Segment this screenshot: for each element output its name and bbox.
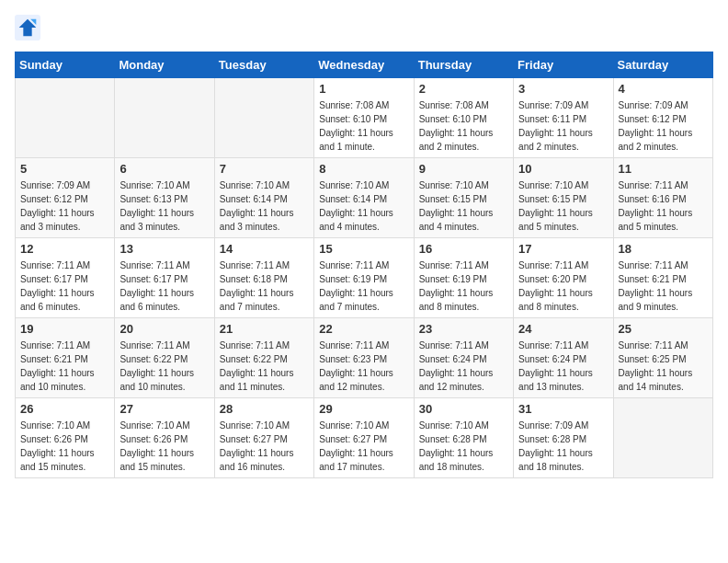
day-number: 25 xyxy=(619,322,708,336)
day-info: Sunrise: 7:10 AMSunset: 6:15 PMDaylight:… xyxy=(419,178,508,234)
calendar-cell: 1Sunrise: 7:08 AMSunset: 6:10 PMDaylight… xyxy=(314,78,414,158)
day-info: Sunrise: 7:10 AMSunset: 6:14 PMDaylight:… xyxy=(220,178,309,234)
calendar-cell: 5Sunrise: 7:09 AMSunset: 6:12 PMDaylight… xyxy=(16,158,115,238)
week-row-5: 26Sunrise: 7:10 AMSunset: 6:26 PMDayligh… xyxy=(16,398,713,478)
day-number: 22 xyxy=(319,322,408,336)
day-info: Sunrise: 7:09 AMSunset: 6:11 PMDaylight:… xyxy=(518,98,608,154)
calendar-cell: 12Sunrise: 7:11 AMSunset: 6:17 PMDayligh… xyxy=(16,238,115,318)
day-number: 3 xyxy=(518,82,608,96)
day-number: 29 xyxy=(319,402,408,416)
weekday-header-tuesday: Tuesday xyxy=(214,52,313,78)
day-number: 20 xyxy=(119,322,209,336)
day-info: Sunrise: 7:08 AMSunset: 6:10 PMDaylight:… xyxy=(419,98,508,154)
day-info: Sunrise: 7:11 AMSunset: 6:19 PMDaylight:… xyxy=(419,259,508,314)
calendar-cell: 24Sunrise: 7:11 AMSunset: 6:24 PMDayligh… xyxy=(514,318,613,398)
day-number: 5 xyxy=(20,162,109,176)
day-number: 26 xyxy=(20,402,109,416)
week-row-2: 5Sunrise: 7:09 AMSunset: 6:12 PMDaylight… xyxy=(16,158,713,238)
weekday-header-row: SundayMondayTuesdayWednesdayThursdayFrid… xyxy=(16,52,713,78)
day-number: 1 xyxy=(319,82,408,96)
day-info: Sunrise: 7:11 AMSunset: 6:22 PMDaylight:… xyxy=(119,339,209,394)
calendar-cell: 6Sunrise: 7:10 AMSunset: 6:13 PMDaylight… xyxy=(115,158,214,238)
week-row-4: 19Sunrise: 7:11 AMSunset: 6:21 PMDayligh… xyxy=(16,318,713,398)
calendar-cell: 19Sunrise: 7:11 AMSunset: 6:21 PMDayligh… xyxy=(16,318,115,398)
calendar-cell xyxy=(214,78,313,158)
day-info: Sunrise: 7:11 AMSunset: 6:23 PMDaylight:… xyxy=(319,339,408,394)
day-info: Sunrise: 7:08 AMSunset: 6:10 PMDaylight:… xyxy=(319,98,408,154)
page-header xyxy=(15,15,713,40)
day-info: Sunrise: 7:11 AMSunset: 6:21 PMDaylight:… xyxy=(619,259,708,314)
calendar-cell: 7Sunrise: 7:10 AMSunset: 6:14 PMDaylight… xyxy=(214,158,313,238)
calendar-cell: 25Sunrise: 7:11 AMSunset: 6:25 PMDayligh… xyxy=(613,318,712,398)
day-number: 30 xyxy=(419,402,508,416)
day-info: Sunrise: 7:10 AMSunset: 6:27 PMDaylight:… xyxy=(220,419,309,474)
day-info: Sunrise: 7:09 AMSunset: 6:28 PMDaylight:… xyxy=(518,419,608,474)
weekday-header-saturday: Saturday xyxy=(613,52,712,78)
day-number: 18 xyxy=(619,242,708,256)
day-info: Sunrise: 7:11 AMSunset: 6:21 PMDaylight:… xyxy=(20,339,109,394)
day-info: Sunrise: 7:10 AMSunset: 6:27 PMDaylight:… xyxy=(319,419,408,474)
calendar-cell: 13Sunrise: 7:11 AMSunset: 6:17 PMDayligh… xyxy=(115,238,214,318)
calendar-cell: 3Sunrise: 7:09 AMSunset: 6:11 PMDaylight… xyxy=(514,78,613,158)
calendar-cell: 22Sunrise: 7:11 AMSunset: 6:23 PMDayligh… xyxy=(314,318,414,398)
calendar-cell xyxy=(115,78,214,158)
calendar-cell: 29Sunrise: 7:10 AMSunset: 6:27 PMDayligh… xyxy=(314,398,414,478)
day-number: 27 xyxy=(119,402,209,416)
week-row-1: 1Sunrise: 7:08 AMSunset: 6:10 PMDaylight… xyxy=(16,78,713,158)
day-info: Sunrise: 7:10 AMSunset: 6:26 PMDaylight:… xyxy=(119,419,209,474)
day-info: Sunrise: 7:11 AMSunset: 6:19 PMDaylight:… xyxy=(319,259,408,314)
day-number: 6 xyxy=(119,162,209,176)
calendar-cell xyxy=(16,78,115,158)
day-info: Sunrise: 7:11 AMSunset: 6:18 PMDaylight:… xyxy=(220,259,309,314)
day-number: 23 xyxy=(419,322,508,336)
calendar-cell: 21Sunrise: 7:11 AMSunset: 6:22 PMDayligh… xyxy=(214,318,313,398)
day-info: Sunrise: 7:10 AMSunset: 6:26 PMDaylight:… xyxy=(20,419,109,474)
calendar-cell: 11Sunrise: 7:11 AMSunset: 6:16 PMDayligh… xyxy=(613,158,712,238)
day-info: Sunrise: 7:10 AMSunset: 6:28 PMDaylight:… xyxy=(419,419,508,474)
day-number: 19 xyxy=(20,322,109,336)
calendar-cell: 4Sunrise: 7:09 AMSunset: 6:12 PMDaylight… xyxy=(613,78,712,158)
day-number: 31 xyxy=(518,402,608,416)
day-info: Sunrise: 7:09 AMSunset: 6:12 PMDaylight:… xyxy=(619,98,708,154)
day-number: 13 xyxy=(119,242,209,256)
calendar-cell: 2Sunrise: 7:08 AMSunset: 6:10 PMDaylight… xyxy=(414,78,513,158)
day-info: Sunrise: 7:11 AMSunset: 6:24 PMDaylight:… xyxy=(419,339,508,394)
day-number: 17 xyxy=(518,242,608,256)
day-number: 12 xyxy=(20,242,109,256)
day-info: Sunrise: 7:10 AMSunset: 6:13 PMDaylight:… xyxy=(119,178,209,234)
day-info: Sunrise: 7:11 AMSunset: 6:25 PMDaylight:… xyxy=(619,339,708,394)
day-info: Sunrise: 7:11 AMSunset: 6:16 PMDaylight:… xyxy=(619,178,708,234)
day-info: Sunrise: 7:11 AMSunset: 6:24 PMDaylight:… xyxy=(518,339,608,394)
day-info: Sunrise: 7:11 AMSunset: 6:20 PMDaylight:… xyxy=(518,259,608,314)
calendar-cell: 28Sunrise: 7:10 AMSunset: 6:27 PMDayligh… xyxy=(214,398,313,478)
day-number: 15 xyxy=(319,242,408,256)
day-number: 24 xyxy=(518,322,608,336)
calendar-cell: 26Sunrise: 7:10 AMSunset: 6:26 PMDayligh… xyxy=(16,398,115,478)
day-info: Sunrise: 7:10 AMSunset: 6:14 PMDaylight:… xyxy=(319,178,408,234)
calendar-cell: 23Sunrise: 7:11 AMSunset: 6:24 PMDayligh… xyxy=(414,318,513,398)
calendar-cell: 20Sunrise: 7:11 AMSunset: 6:22 PMDayligh… xyxy=(115,318,214,398)
week-row-3: 12Sunrise: 7:11 AMSunset: 6:17 PMDayligh… xyxy=(16,238,713,318)
weekday-header-wednesday: Wednesday xyxy=(314,52,414,78)
logo-icon xyxy=(15,15,40,40)
day-number: 4 xyxy=(619,82,708,96)
calendar-cell: 27Sunrise: 7:10 AMSunset: 6:26 PMDayligh… xyxy=(115,398,214,478)
calendar-cell: 10Sunrise: 7:10 AMSunset: 6:15 PMDayligh… xyxy=(514,158,613,238)
calendar-cell: 17Sunrise: 7:11 AMSunset: 6:20 PMDayligh… xyxy=(514,238,613,318)
day-number: 9 xyxy=(419,162,508,176)
day-info: Sunrise: 7:11 AMSunset: 6:17 PMDaylight:… xyxy=(20,259,109,314)
calendar-cell: 15Sunrise: 7:11 AMSunset: 6:19 PMDayligh… xyxy=(314,238,414,318)
day-number: 16 xyxy=(419,242,508,256)
calendar-cell: 8Sunrise: 7:10 AMSunset: 6:14 PMDaylight… xyxy=(314,158,414,238)
day-number: 10 xyxy=(518,162,608,176)
weekday-header-sunday: Sunday xyxy=(16,52,115,78)
weekday-header-thursday: Thursday xyxy=(414,52,513,78)
calendar-cell: 14Sunrise: 7:11 AMSunset: 6:18 PMDayligh… xyxy=(214,238,313,318)
calendar-cell: 9Sunrise: 7:10 AMSunset: 6:15 PMDaylight… xyxy=(414,158,513,238)
day-number: 21 xyxy=(220,322,309,336)
calendar-table: SundayMondayTuesdayWednesdayThursdayFrid… xyxy=(15,52,713,478)
day-info: Sunrise: 7:10 AMSunset: 6:15 PMDaylight:… xyxy=(518,178,608,234)
calendar-cell xyxy=(613,398,712,478)
day-number: 14 xyxy=(220,242,309,256)
day-number: 2 xyxy=(419,82,508,96)
